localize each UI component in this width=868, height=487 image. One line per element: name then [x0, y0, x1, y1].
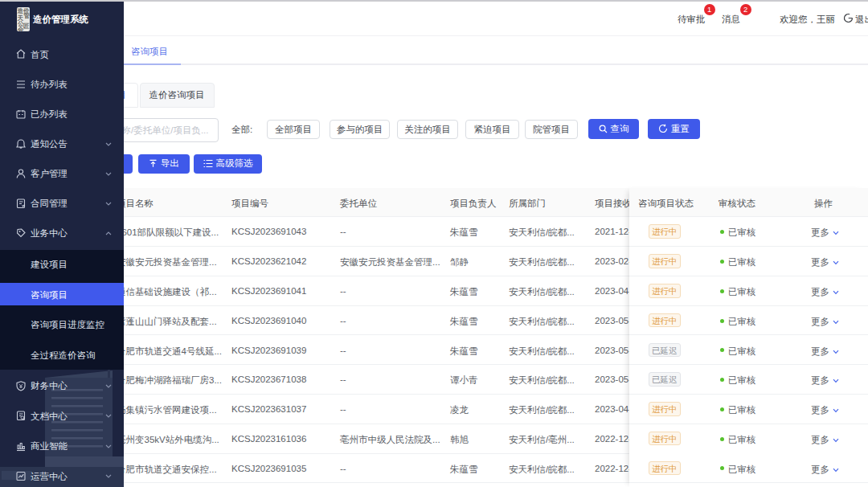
- svg-text:管: 管: [23, 12, 31, 19]
- svg-text:会: 会: [17, 26, 24, 32]
- svg-text:匠: 匠: [23, 23, 30, 30]
